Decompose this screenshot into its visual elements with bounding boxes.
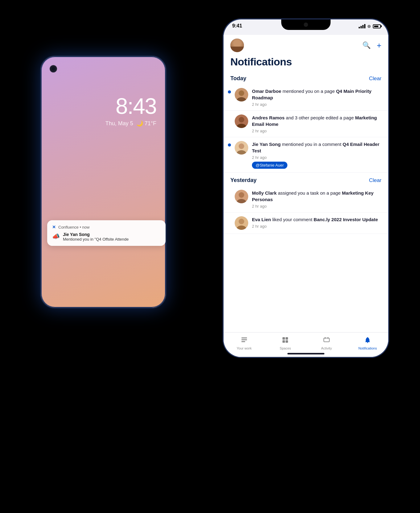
search-icon[interactable]: 🔍 <box>362 41 371 49</box>
android-notif-name: Jie Yan Song <box>63 232 129 237</box>
tab-activity[interactable]: Activity <box>306 337 347 350</box>
tab-spaces-label: Spaces <box>280 346 291 350</box>
notif-action: mentioned you in a comment <box>282 142 343 147</box>
svg-rect-15 <box>241 337 247 338</box>
today-label: Today <box>230 75 246 82</box>
tab-your-work[interactable]: Your work <box>224 337 265 350</box>
notif-action: liked your comment <box>272 217 314 222</box>
svg-rect-24 <box>327 337 328 339</box>
svg-rect-17 <box>241 341 245 342</box>
notif-action: and 3 other people edited a page <box>286 115 355 120</box>
today-section-header: Today Clear <box>224 73 388 84</box>
notif-time: 2 hr ago <box>252 155 381 160</box>
notif-action: assigned you a task on a page <box>278 190 342 196</box>
avatar-molly <box>235 190 248 203</box>
activity-icon <box>323 337 330 345</box>
notif-message-andres: Andres Ramos and 3 other people edited a… <box>252 114 381 127</box>
tab-spaces[interactable]: Spaces <box>265 337 306 350</box>
android-notification: ✕ Confluence • now 📣 Jie Yan Song Mentio… <box>47 220 166 246</box>
confluence-x-icon: ✕ <box>52 225 56 230</box>
signal-bar-2 <box>360 26 362 28</box>
notification-item-molly[interactable]: Molly Clark assigned you a task on a pag… <box>224 186 388 213</box>
notif-time: 2 hr ago <box>252 224 381 229</box>
android-notif-app-label: Confluence • now <box>58 225 89 230</box>
yesterday-label: Yesterday <box>230 177 257 184</box>
tab-notifications-label: Notifications <box>358 346 377 350</box>
notif-text-eva: Eva Lien liked your comment Banc.ly 2022… <box>252 216 381 229</box>
notification-item-jie[interactable]: Jie Yan Song mentioned you in a comment … <box>224 137 388 173</box>
avatar-andres <box>235 114 248 128</box>
tab-your-work-label: Your work <box>237 346 252 350</box>
iphone: 9:41 ⊛ 🔍 <box>223 19 389 358</box>
unread-indicator <box>228 90 231 93</box>
svg-rect-23 <box>325 337 326 339</box>
android-date: Thu, May 5 🌙 71°F <box>105 120 156 127</box>
notification-item-omar[interactable]: Omar Darboe mentioned you on a page Q4 M… <box>224 84 388 111</box>
app-content: 🔍 + Notifications Today Clear <box>224 35 388 332</box>
signal-bars-icon <box>359 24 365 28</box>
app-header: 🔍 + <box>224 35 388 55</box>
android-notif-text: Jie Yan Song Mentioned you in "Q4 Offsit… <box>63 232 129 242</box>
header-icons: 🔍 + <box>362 41 381 50</box>
notif-time: 2 hr ago <box>252 102 381 107</box>
today-clear-button[interactable]: Clear <box>369 76 381 82</box>
notif-message-eva: Eva Lien liked your comment Banc.ly 2022… <box>252 216 381 223</box>
notification-item-andres[interactable]: Andres Ramos and 3 other people edited a… <box>224 111 388 137</box>
svg-point-4 <box>239 117 244 122</box>
notif-text-omar: Omar Darboe mentioned you on a page Q4 M… <box>252 88 381 107</box>
avatar-eva <box>235 216 248 230</box>
your-work-icon <box>241 337 248 345</box>
android-time: 8:43 <box>116 93 156 119</box>
svg-point-25 <box>367 342 368 343</box>
battery-icon <box>373 24 381 28</box>
svg-point-10 <box>239 192 244 198</box>
svg-rect-18 <box>282 337 285 340</box>
svg-rect-20 <box>282 340 285 343</box>
svg-point-1 <box>239 90 244 96</box>
signal-bar-4 <box>364 24 365 28</box>
avatar[interactable] <box>230 39 244 52</box>
android-phone: 8:43 Thu, May 5 🌙 71°F ✕ Confluence • no… <box>40 56 167 308</box>
page-title: Notifications <box>224 55 388 73</box>
wifi-icon: ⊛ <box>367 24 371 29</box>
notif-name: Andres Ramos <box>252 115 285 120</box>
notif-name: Omar Darboe <box>252 89 281 94</box>
notif-target: Banc.ly 2022 Investor Update <box>314 217 378 222</box>
avatar-omar <box>235 88 248 101</box>
android-side-button <box>166 118 167 137</box>
svg-rect-16 <box>241 339 247 340</box>
notif-message-omar: Omar Darboe mentioned you on a page Q4 M… <box>252 88 381 101</box>
notif-name: Molly Clark <box>252 190 277 196</box>
signal-bar-3 <box>362 25 364 28</box>
android-camera <box>50 65 57 72</box>
notif-time: 2 hr ago <box>252 204 381 209</box>
home-indicator <box>287 353 324 354</box>
yesterday-section-header: Yesterday Clear <box>224 175 388 186</box>
unread-indicator <box>228 143 231 147</box>
notif-text-andres: Andres Ramos and 3 other people edited a… <box>252 114 381 133</box>
svg-point-7 <box>239 143 244 149</box>
notif-action: mentioned you on a page <box>282 89 336 94</box>
notif-message-molly: Molly Clark assigned you a task on a pag… <box>252 190 381 203</box>
tab-activity-label: Activity <box>321 346 332 350</box>
add-icon[interactable]: + <box>377 41 381 50</box>
notif-text-jie: Jie Yan Song mentioned you in a comment … <box>252 141 381 169</box>
iphone-notch <box>281 19 331 30</box>
svg-rect-21 <box>286 340 288 343</box>
notif-time: 2 hr ago <box>252 129 381 133</box>
notification-item-eva[interactable]: Eva Lien liked your comment Banc.ly 2022… <box>224 213 388 234</box>
user-avatar-face <box>230 39 244 52</box>
notif-message-jie: Jie Yan Song mentioned you in a comment … <box>252 141 381 154</box>
iphone-camera <box>304 23 308 27</box>
tab-notifications[interactable]: Notifications <box>347 337 389 350</box>
notifications-icon <box>364 337 371 345</box>
notif-name: Jie Yan Song <box>252 142 281 147</box>
notif-name: Eva Lien <box>252 217 271 222</box>
signal-bar-1 <box>359 27 360 28</box>
svg-rect-19 <box>286 337 288 340</box>
spaces-icon <box>282 337 289 345</box>
android-notif-header: ✕ Confluence • now <box>52 225 161 230</box>
android-notif-message: Mentioned you in "Q4 Offsite Attende <box>63 237 129 242</box>
battery-fill <box>374 26 378 27</box>
yesterday-clear-button[interactable]: Clear <box>369 177 381 184</box>
